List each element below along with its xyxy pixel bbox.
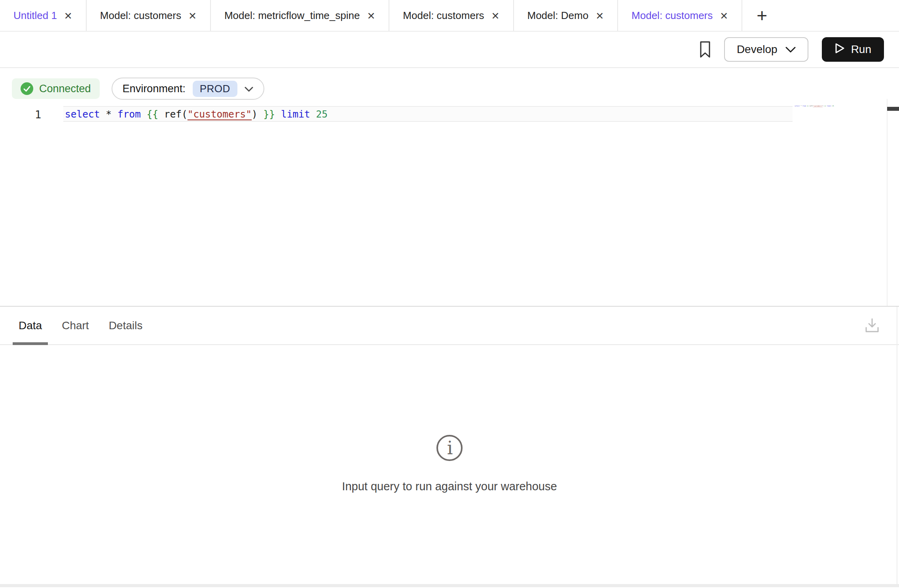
- tab-model-metricflow-time-spine[interactable]: Model: metricflow_time_spine ✕: [211, 0, 389, 31]
- new-tab-button[interactable]: +: [742, 0, 781, 31]
- editor-active-line[interactable]: select * from {{ ref("customers") }} lim…: [63, 106, 793, 122]
- check-circle-icon: [21, 82, 33, 95]
- tab-label: Model: customers: [403, 9, 484, 22]
- sql-editor: Connected Environment: PROD 1 select * f…: [0, 68, 899, 306]
- develop-button[interactable]: Develop: [724, 37, 808, 62]
- horizontal-scrollbar-track[interactable]: [0, 584, 899, 587]
- editor-status-row: Connected Environment: PROD: [12, 78, 264, 100]
- tab-untitled-1[interactable]: Untitled 1 ✕: [0, 0, 87, 31]
- tab-data-label: Data: [19, 319, 42, 332]
- environment-value-chip: PROD: [193, 81, 237, 97]
- tab-model-customers-3[interactable]: Model: customers ✕: [618, 0, 742, 31]
- download-icon[interactable]: [863, 317, 881, 334]
- close-icon[interactable]: ✕: [188, 10, 197, 21]
- svg-text:i: i: [447, 437, 453, 459]
- editor-tab-bar: Untitled 1 ✕ Model: customers ✕ Model: m…: [0, 0, 899, 32]
- chevron-down-icon: [245, 83, 253, 95]
- results-panel: Data Chart Details i: [0, 306, 899, 587]
- bookmark-icon[interactable]: [700, 41, 711, 58]
- ide-window: Untitled 1 ✕ Model: customers ✕ Model: m…: [0, 0, 899, 588]
- editor-scrollbar-thumb[interactable]: [887, 107, 899, 111]
- results-tab-bar: Data Chart Details: [0, 307, 899, 345]
- tab-details-label: Details: [109, 319, 143, 332]
- close-icon[interactable]: ✕: [64, 10, 72, 21]
- close-icon[interactable]: ✕: [596, 10, 604, 21]
- close-icon[interactable]: ✕: [720, 10, 728, 21]
- empty-state-message: Input query to run against your warehous…: [342, 480, 557, 493]
- run-button-label: Run: [851, 43, 871, 56]
- close-icon[interactable]: ✕: [491, 10, 500, 21]
- line-number: 1: [35, 108, 41, 121]
- code-line[interactable]: select * from {{ ref("customers") }} lim…: [63, 108, 328, 120]
- tab-model-customers-2[interactable]: Model: customers ✕: [389, 0, 514, 31]
- environment-selector[interactable]: Environment: PROD: [112, 78, 264, 100]
- results-empty-state: i Input query to run against your wareho…: [0, 434, 899, 493]
- tab-label: Model: customers: [100, 9, 181, 22]
- chevron-down-icon: [785, 43, 796, 56]
- tab-data[interactable]: Data: [13, 307, 48, 344]
- plus-icon: +: [757, 5, 767, 26]
- tab-chart-label: Chart: [62, 319, 89, 332]
- info-icon: i: [436, 434, 463, 463]
- connection-status-label: Connected: [39, 83, 91, 95]
- toolbar: Develop Run: [0, 32, 899, 68]
- results-scrollbar-track: [897, 307, 897, 585]
- connection-status-badge: Connected: [12, 78, 100, 99]
- tab-details[interactable]: Details: [103, 307, 149, 344]
- tab-label: Model: metricflow_time_spine: [224, 9, 360, 22]
- run-button[interactable]: Run: [822, 37, 884, 62]
- play-icon: [835, 42, 845, 57]
- develop-button-label: Develop: [737, 43, 778, 56]
- editor-scrollbar-track: [887, 99, 888, 306]
- tab-model-customers-1[interactable]: Model: customers ✕: [87, 0, 211, 31]
- environment-label: Environment:: [123, 83, 186, 95]
- close-icon[interactable]: ✕: [367, 10, 375, 21]
- tab-label: Model: customers: [632, 9, 713, 22]
- tab-model-demo[interactable]: Model: Demo ✕: [514, 0, 618, 31]
- editor-minimap: select * from {{ ref("customers") }} lim…: [795, 105, 834, 107]
- tab-label: Model: Demo: [527, 9, 589, 22]
- tab-chart[interactable]: Chart: [56, 307, 95, 344]
- tab-label: Untitled 1: [13, 9, 57, 22]
